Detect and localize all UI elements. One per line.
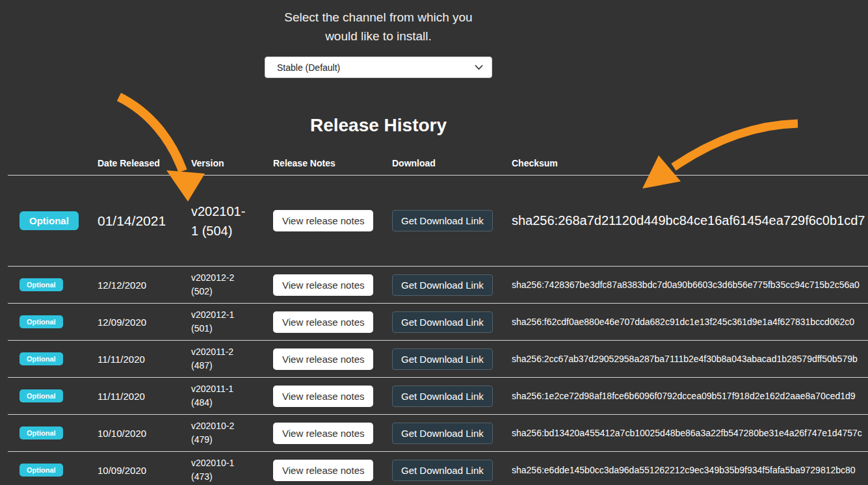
channel-selection-section: Select the channel from which you would … [0, 0, 757, 136]
version-text: v202011-1 (484) [191, 382, 251, 410]
column-header-download: Download [392, 158, 512, 168]
channel-select-value: Stable (Default) [274, 62, 340, 73]
channel-select[interactable]: Stable (Default) [265, 57, 492, 78]
get-download-link-button[interactable]: Get Download Link [392, 460, 493, 481]
get-download-link-button[interactable]: Get Download Link [392, 274, 493, 296]
version-text: v202012-1 (501) [191, 308, 251, 335]
download-cell: Get Download Link [392, 274, 512, 296]
chevron-down-icon [475, 65, 483, 70]
download-cell: Get Download Link [392, 460, 512, 481]
column-header-checksum: Checksum [512, 158, 868, 168]
version-cell: v202012-1 (501) [191, 308, 273, 335]
release-notes-cell: View release notes [273, 274, 392, 296]
download-cell: Get Download Link [392, 348, 512, 370]
date-released-cell: 10/09/2020 [98, 465, 191, 476]
release-notes-cell: View release notes [273, 311, 392, 333]
get-download-link-button[interactable]: Get Download Link [392, 348, 493, 370]
version-cell: v202011-1 (484) [191, 382, 273, 410]
status-badge: Optional [20, 464, 63, 477]
table-row: Optional 12/09/2020 v202012-1 (501) View… [8, 304, 868, 341]
version-text: v202101-1 (504) [191, 202, 251, 241]
column-header-release-notes: Release Notes [273, 158, 392, 168]
status-badge: Optional [20, 352, 63, 365]
download-cell: Get Download Link [392, 311, 512, 333]
table-row: Optional 10/09/2020 v202010-1 (473) View… [8, 452, 868, 485]
status-badge: Optional [20, 426, 63, 439]
version-cell: v202010-1 (473) [191, 456, 273, 484]
date-released-cell: 11/11/2020 [98, 391, 191, 402]
badge-cell: Optional [20, 278, 98, 291]
table-row: Optional 01/14/2021 v202101-1 (504) View… [8, 176, 868, 267]
table-header-row: Date Released Version Release Notes Down… [8, 148, 868, 176]
release-notes-cell: View release notes [273, 460, 392, 481]
download-cell: Get Download Link [392, 386, 512, 407]
badge-cell: Optional [20, 315, 98, 328]
table-row: Optional 10/10/2020 v202010-2 (479) View… [8, 415, 868, 452]
get-download-link-button[interactable]: Get Download Link [392, 311, 493, 333]
release-notes-cell: View release notes [273, 348, 392, 370]
badge-cell: Optional [20, 389, 98, 402]
view-release-notes-button[interactable]: View release notes [273, 386, 373, 407]
version-text: v202010-2 (479) [191, 419, 251, 447]
release-notes-cell: View release notes [273, 386, 392, 407]
get-download-link-button[interactable]: Get Download Link [392, 210, 493, 231]
status-badge: Optional [20, 389, 63, 402]
table-row: Optional 12/12/2020 v202012-2 (502) View… [8, 267, 868, 304]
view-release-notes-button[interactable]: View release notes [273, 348, 373, 370]
download-cell: Get Download Link [392, 210, 512, 231]
release-notes-cell: View release notes [273, 423, 392, 444]
badge-cell: Optional [20, 464, 98, 477]
version-text: v202010-1 (473) [191, 456, 251, 484]
date-released-cell: 11/11/2020 [98, 354, 191, 365]
checksum-cell: sha256:7428367be3dfc87a8383bdc7d0a90b660… [512, 280, 868, 290]
view-release-notes-button[interactable]: View release notes [273, 311, 373, 333]
checksum-cell: sha256:2cc67ab37d29052958a287ba7111b2e4f… [512, 354, 868, 364]
version-cell: v202012-2 (502) [191, 271, 273, 298]
release-table-body: Optional 01/14/2021 v202101-1 (504) View… [8, 176, 868, 485]
column-header-date-released: Date Released [98, 158, 191, 168]
status-badge: Optional [20, 315, 63, 328]
channel-prompt: Select the channel from which you would … [267, 8, 490, 46]
release-history-table: Date Released Version Release Notes Down… [8, 148, 868, 485]
release-notes-cell: View release notes [273, 210, 392, 231]
view-release-notes-button[interactable]: View release notes [273, 423, 373, 444]
get-download-link-button[interactable]: Get Download Link [392, 386, 493, 407]
version-text: v202011-2 (487) [191, 345, 251, 373]
checksum-cell: sha256:1e2ce72d98af18fce6b6096f0792dccea… [512, 391, 868, 401]
date-released-cell: 10/10/2020 [98, 428, 191, 439]
page-title: Release History [0, 115, 757, 136]
download-cell: Get Download Link [392, 423, 512, 444]
checksum-cell: sha256:268a7d21120d449bc84ce16af61454ea7… [512, 213, 868, 228]
view-release-notes-button[interactable]: View release notes [273, 210, 373, 231]
version-cell: v202010-2 (479) [191, 419, 273, 447]
column-header-version: Version [191, 158, 273, 168]
view-release-notes-button[interactable]: View release notes [273, 460, 373, 481]
badge-cell: Optional [20, 211, 98, 230]
date-released-cell: 12/12/2020 [98, 280, 191, 291]
date-released-cell: 01/14/2021 [98, 213, 191, 229]
table-row: Optional 11/11/2020 v202011-1 (484) View… [8, 378, 868, 415]
checksum-cell: sha256:e6dde145b0cc3da96da551262212c9ec3… [512, 465, 868, 475]
date-released-cell: 12/09/2020 [98, 317, 191, 328]
checksum-cell: sha256:f62cdf0ae880e46e707dda682c91dc1e1… [512, 317, 868, 327]
version-cell: v202011-2 (487) [191, 345, 273, 373]
badge-cell: Optional [20, 426, 98, 439]
version-text: v202012-2 (502) [191, 271, 251, 298]
status-badge: Optional [20, 211, 79, 230]
version-cell: v202101-1 (504) [191, 202, 273, 241]
badge-cell: Optional [20, 352, 98, 365]
table-row: Optional 11/11/2020 v202011-2 (487) View… [8, 341, 868, 378]
get-download-link-button[interactable]: Get Download Link [392, 423, 493, 444]
checksum-cell: sha256:bd13420a455412a7cb10025d48be86a3a… [512, 428, 868, 438]
status-badge: Optional [20, 278, 63, 291]
view-release-notes-button[interactable]: View release notes [273, 274, 373, 296]
